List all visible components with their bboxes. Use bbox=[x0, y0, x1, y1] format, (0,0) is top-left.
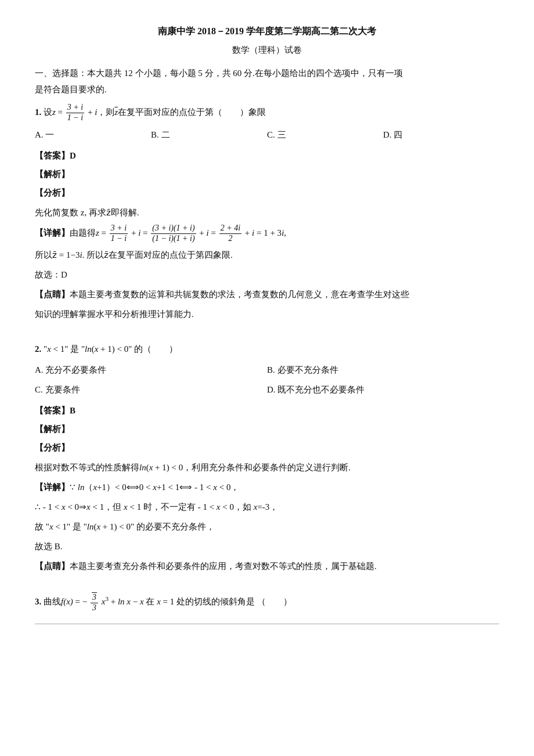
question-2: 2. "x < 1" 是 "ln(x + 1) < 0" 的（ ） A. 充分不… bbox=[35, 340, 499, 575]
q1-guxuan: 故选：D bbox=[35, 266, 499, 283]
q2-dianjing: 【点睛】本题主要考查充分条件和必要条件的应用，考查对数不等式的性质，属于基础题. bbox=[35, 557, 499, 575]
q1-answer: 【答案】D bbox=[35, 147, 499, 164]
page-divider bbox=[35, 624, 499, 624]
q1-xiangji: 【详解】由题得z = 3 + i 1 − i + i = (3 + i)(1 +… bbox=[35, 224, 499, 244]
q1-fenxi: 【分析】 bbox=[35, 184, 499, 201]
q2-option-c: C. 充要条件 bbox=[35, 381, 267, 398]
q2-line3: 故 "x < 1" 是 "ln(x + 1) < 0" 的必要不充分条件， bbox=[35, 518, 499, 535]
q1-dianjing2: 知识的理解掌握水平和分析推理计算能力. bbox=[35, 305, 499, 323]
q2-options-row2: C. 充要条件 D. 既不充分也不必要条件 bbox=[35, 381, 499, 398]
q2-fenxi: 【分析】 bbox=[35, 439, 499, 456]
q1-text: 1. 设z = 3 + i 1 − i + i，则z在复平面对应的点位于第（ ）… bbox=[35, 103, 499, 123]
q1-option-c: C. 三 bbox=[267, 126, 383, 143]
q3-number: 3. bbox=[35, 597, 41, 606]
q2-line2: ∴ - 1 < x < 0⇒x < 1，但 x < 1 时，不一定有 - 1 <… bbox=[35, 498, 499, 516]
q2-xiangji: 【详解】∵ ln（x+1）< 0⟺0 < x+1 < 1⟺ - 1 < x < … bbox=[35, 478, 499, 496]
q2-fenxi-text: 根据对数不等式的性质解得ln(x + 1) < 0，利用充分条件和必要条件的定义… bbox=[35, 459, 499, 476]
q2-answer: 【答案】B bbox=[35, 402, 499, 419]
q2-jiexi: 【解析】 bbox=[35, 420, 499, 438]
q1-result: 所以z̄ = 1−3i. 所以z̄在复平面对应的点位于第四象限. bbox=[35, 246, 499, 264]
q2-guxuan: 故选 B. bbox=[35, 538, 499, 555]
q3-text: 3. 曲线f(x) = − 3 3 x3 + ln x − x 在 x = 1 … bbox=[35, 592, 499, 613]
q1-dianjing: 【点睛】本题主要考查复数的运算和共轭复数的求法，考查复数的几何意义，意在考查学生… bbox=[35, 286, 499, 303]
q1-number: 1. bbox=[35, 107, 41, 117]
q2-option-a: A. 充分不必要条件 bbox=[35, 361, 267, 379]
q2-option-d: D. 既不充分也不必要条件 bbox=[267, 381, 499, 398]
q1-option-b: B. 二 bbox=[151, 126, 267, 143]
q1-options: A. 一 B. 二 C. 三 D. 四 bbox=[35, 126, 499, 143]
q1-option-d: D. 四 bbox=[383, 126, 499, 143]
section-header: 一、选择题：本大题共 12 个小题，每小题 5 分，共 60 分.在每小题给出的… bbox=[35, 65, 499, 98]
q1-fenxi-text: 先化简复数 z, 再求z̄即得解. bbox=[35, 204, 499, 221]
q2-options-row1: A. 充分不必要条件 B. 必要不充分条件 bbox=[35, 361, 499, 379]
q1-jiexi: 【解析】 bbox=[35, 165, 499, 183]
exam-subtitle: 数学（理科）试卷 bbox=[35, 42, 499, 58]
q2-text: 2. "x < 1" 是 "ln(x + 1) < 0" 的（ ） bbox=[35, 340, 499, 358]
q2-option-b: B. 必要不充分条件 bbox=[267, 361, 499, 379]
question-1: 1. 设z = 3 + i 1 − i + i，则z在复平面对应的点位于第（ ）… bbox=[35, 103, 499, 323]
q1-option-a: A. 一 bbox=[35, 126, 151, 143]
question-3: 3. 曲线f(x) = − 3 3 x3 + ln x − x 在 x = 1 … bbox=[35, 592, 499, 613]
exam-title: 南康中学 2018－2019 学年度第二学期高二第二次大考 bbox=[35, 23, 499, 40]
q2-number: 2. bbox=[35, 344, 41, 354]
